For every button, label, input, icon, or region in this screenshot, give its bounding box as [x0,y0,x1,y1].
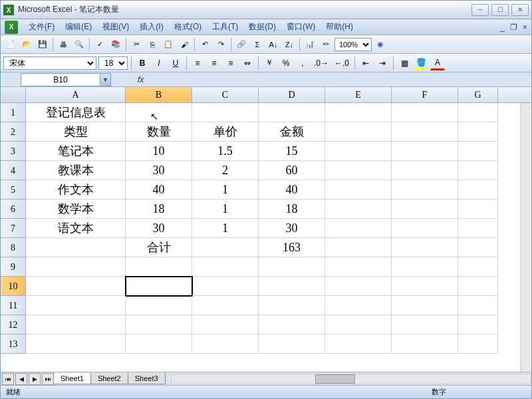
increase-decimal-icon[interactable]: .0→ [312,56,331,70]
cell-G4[interactable] [458,161,498,180]
merge-center-icon[interactable]: ⇔ [240,56,255,70]
minimize-button[interactable]: ─ [471,4,489,16]
cell-A4[interactable]: 教课本 [26,161,126,180]
row-header-10[interactable]: 10 [1,277,26,296]
align-right-icon[interactable]: ≡ [223,56,238,70]
row-header-6[interactable]: 6 [1,200,26,219]
align-left-icon[interactable]: ≡ [190,56,205,70]
tab-nav-prev-icon[interactable]: ◀ [15,373,27,385]
row-header-7[interactable]: 7 [1,219,26,238]
cell-G8[interactable] [458,238,498,257]
undo-icon[interactable]: ↶ [198,37,212,52]
row-header-3[interactable]: 3 [1,142,26,161]
cell-G5[interactable] [458,180,498,200]
print-preview-icon[interactable]: 🔍 [72,37,86,52]
cell-area[interactable]: 1登记信息表2类型数量单价金额3笔记本101.5154教课本302605作文本4… [1,103,531,372]
copy-icon[interactable]: ⎘ [145,37,160,52]
cell-D5[interactable]: 40 [259,180,325,200]
maximize-button[interactable]: ☐ [491,4,509,16]
cell-C5[interactable]: 1 [192,180,259,200]
cell-B3[interactable]: 10 [126,142,192,161]
hscroll-thumb[interactable] [315,374,355,384]
cell-B8[interactable]: 合计 [126,238,192,257]
horizontal-scrollbar[interactable] [171,374,531,384]
cell-B10[interactable] [126,277,192,296]
mdi-restore-button[interactable]: ❐ [510,23,517,32]
sheet-tab-sheet1[interactable]: Sheet1 [53,373,91,384]
cell-B4[interactable]: 30 [126,161,192,180]
cell-D13[interactable] [259,334,325,354]
align-center-icon[interactable]: ≡ [207,56,221,70]
cell-B9[interactable] [126,257,192,277]
hyperlink-icon[interactable]: 🔗 [234,37,249,52]
column-header-A[interactable]: A [26,87,126,102]
chart-icon[interactable]: 📊 [303,37,317,52]
cell-B13[interactable] [126,334,192,354]
cell-B5[interactable]: 40 [126,180,192,200]
vertical-scrollbar[interactable] [520,103,531,372]
menu-help[interactable]: 帮助(H) [321,20,358,34]
cell-A7[interactable]: 语文本 [26,219,126,238]
cell-E4[interactable] [325,161,392,180]
cell-B11[interactable] [126,296,192,315]
menu-file[interactable]: 文件(F) [23,20,60,34]
help-icon[interactable]: ◉ [373,37,388,52]
column-header-C[interactable]: C [192,87,259,102]
cell-D9[interactable] [259,257,325,277]
cell-D6[interactable]: 18 [259,200,325,219]
bold-button[interactable]: B [135,56,150,70]
cell-A13[interactable] [26,334,126,354]
close-button[interactable]: ✕ [511,4,529,16]
formula-bar[interactable]: fx [138,75,148,84]
cell-E2[interactable] [325,122,392,142]
cell-A8[interactable] [26,238,126,257]
cell-E9[interactable] [325,257,392,277]
cell-C9[interactable] [192,257,259,277]
mdi-close-button[interactable]: × [523,23,527,32]
select-all-corner[interactable] [1,87,26,102]
cell-F2[interactable] [392,122,458,142]
cell-E7[interactable] [325,219,392,238]
cell-E12[interactable] [325,315,392,334]
column-header-F[interactable]: F [392,87,458,102]
cell-F11[interactable] [392,296,458,315]
cell-D1[interactable] [259,103,325,122]
cell-F4[interactable] [392,161,458,180]
print-icon[interactable]: 🖶 [56,37,70,52]
cell-A11[interactable] [26,296,126,315]
cell-D2[interactable]: 金额 [259,122,325,142]
cell-C10[interactable] [192,277,259,296]
cell-E5[interactable] [325,180,392,200]
redo-icon[interactable]: ↷ [213,37,228,52]
new-icon[interactable]: 📄 [3,37,18,52]
comma-icon[interactable]: , [295,56,310,70]
decrease-decimal-icon[interactable]: ←.0 [332,56,351,70]
cell-E3[interactable] [325,142,392,161]
column-header-G[interactable]: G [458,87,498,102]
cell-C7[interactable]: 1 [192,219,259,238]
row-header-8[interactable]: 8 [1,238,26,257]
drawing-icon[interactable]: ✏ [319,37,333,52]
zoom-combo[interactable]: 100% [334,38,372,51]
cell-A9[interactable] [26,257,126,277]
cell-D3[interactable]: 15 [259,142,325,161]
cell-F6[interactable] [392,200,458,219]
cell-F7[interactable] [392,219,458,238]
cell-A6[interactable]: 数学本 [26,200,126,219]
percent-icon[interactable]: % [279,56,293,70]
cut-icon[interactable]: ✂ [129,37,144,52]
row-header-5[interactable]: 5 [1,180,26,200]
cell-A10[interactable] [26,277,126,296]
cell-C11[interactable] [192,296,259,315]
research-icon[interactable]: 📚 [108,37,123,52]
sort-desc-icon[interactable]: Z↓ [282,37,297,52]
menu-tools[interactable]: 工具(T) [207,20,243,34]
italic-button[interactable]: I [152,56,166,70]
cell-C3[interactable]: 1.5 [192,142,259,161]
cell-D7[interactable]: 30 [259,219,325,238]
format-painter-icon[interactable]: 🖌 [177,37,192,52]
open-icon[interactable]: 📂 [19,37,34,52]
cell-F8[interactable] [392,238,458,257]
menu-window[interactable]: 窗口(W) [281,20,321,34]
cell-F10[interactable] [392,277,458,296]
